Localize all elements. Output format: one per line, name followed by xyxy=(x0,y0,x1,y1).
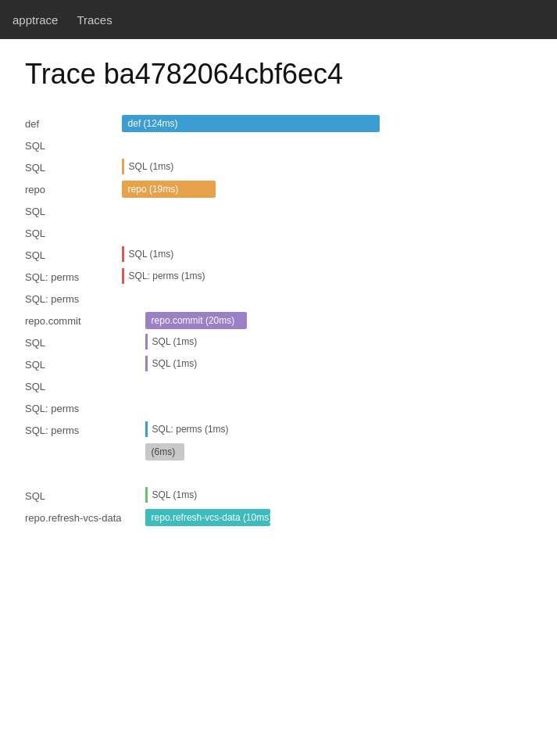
span-label: repo.refresh-vcs-data xyxy=(25,507,122,528)
span-label: SQL: perms xyxy=(25,266,122,288)
span-bar-cell: SQL (1ms) xyxy=(122,353,532,375)
table-row: repo.commitrepo.commit (20ms) xyxy=(25,310,532,331)
span-bar-block[interactable]: repo (19ms) xyxy=(122,181,216,198)
navbar-traces-link[interactable]: Traces xyxy=(77,13,112,27)
span-line-block: SQL: perms (1ms) xyxy=(122,268,205,284)
span-label: def xyxy=(25,113,122,134)
span-label: SQL xyxy=(25,485,122,507)
span-line-marker xyxy=(122,159,124,174)
span-bar-cell: SQL (1ms) xyxy=(122,156,532,178)
trace-separator xyxy=(25,463,532,485)
table-row: SQL: permsSQL: perms (1ms) xyxy=(25,419,532,441)
span-line-marker xyxy=(145,334,148,349)
span-label: SQL xyxy=(25,331,122,353)
span-line-block: SQL (1ms) xyxy=(145,356,198,371)
span-label: SQL: perms xyxy=(25,288,122,310)
span-line-label: SQL (1ms) xyxy=(152,336,198,347)
table-row: SQL xyxy=(25,134,532,156)
page-title: Trace ba4782064cbf6ec4 xyxy=(25,58,532,91)
span-label: SQL xyxy=(25,353,122,375)
span-bar-cell xyxy=(122,200,532,222)
span-line-label: SQL (1ms) xyxy=(129,161,174,172)
span-label: SQL xyxy=(25,134,122,156)
main-content: Trace ba4782064cbf6ec4 defdef (124ms)SQL… xyxy=(0,39,557,547)
table-row: repo.refresh-vcs-datarepo.refresh-vcs-da… xyxy=(25,507,532,528)
span-label: SQL xyxy=(25,375,122,397)
span-line-block: SQL (1ms) xyxy=(145,487,198,503)
table-row: SQL xyxy=(25,222,532,244)
table-row: reporepo (19ms) xyxy=(25,178,532,200)
trace-table: defdef (124ms)SQL SQLSQL (1ms)reporepo (… xyxy=(25,113,532,528)
span-line-marker xyxy=(145,421,148,437)
span-line-marker xyxy=(145,356,148,371)
table-row: SQL: permsSQL: perms (1ms) xyxy=(25,266,532,288)
span-bar-block[interactable]: repo.refresh-vcs-data (10ms) xyxy=(145,509,270,526)
table-row: defdef (124ms) xyxy=(25,113,532,134)
table-row: SQLSQL (1ms) xyxy=(25,331,532,353)
table-row: SQLSQL (1ms) xyxy=(25,156,532,178)
span-bar-cell: repo.commit (20ms) xyxy=(122,310,532,331)
span-bar-block[interactable]: def (124ms) xyxy=(122,115,380,132)
span-line-marker xyxy=(122,246,124,262)
span-bar-cell: SQL (1ms) xyxy=(122,244,532,266)
span-bar-cell xyxy=(122,375,532,397)
span-bar-cell: SQL (1ms) xyxy=(122,331,532,353)
span-line-label: SQL: perms (1ms) xyxy=(152,424,229,435)
table-row: SQLSQL (1ms) xyxy=(25,485,532,507)
navbar-brand: apptrace xyxy=(12,13,58,27)
span-label: repo xyxy=(25,178,122,200)
span-bar-cell xyxy=(122,222,532,244)
table-row: SQLSQL (1ms) xyxy=(25,244,532,266)
span-line-block: SQL (1ms) xyxy=(122,159,174,174)
table-row: (6ms) xyxy=(25,441,532,463)
span-bar-cell: repo (19ms) xyxy=(122,178,532,200)
navbar: apptrace Traces xyxy=(0,0,557,39)
span-bar-cell: (6ms) xyxy=(122,441,532,463)
table-row: SQL xyxy=(25,375,532,397)
span-bar-cell xyxy=(122,397,532,419)
span-label: SQL: perms xyxy=(25,419,122,441)
span-bar-cell xyxy=(122,134,532,156)
span-line-block: SQL: perms (1ms) xyxy=(145,421,229,437)
span-label: SQL xyxy=(25,222,122,244)
span-line-label: SQL (1ms) xyxy=(152,489,198,500)
span-bar-cell: SQL: perms (1ms) xyxy=(122,419,532,441)
span-line-label: SQL: perms (1ms) xyxy=(129,271,205,281)
span-bar-cell: repo.refresh-vcs-data (10ms) xyxy=(122,507,532,528)
span-label xyxy=(25,441,122,463)
table-row: SQL: perms xyxy=(25,288,532,310)
span-label: repo.commit xyxy=(25,310,122,331)
table-row: SQL xyxy=(25,200,532,222)
span-label: SQL xyxy=(25,200,122,222)
span-line-marker xyxy=(145,487,148,503)
span-label: SQL xyxy=(25,244,122,266)
span-bar-cell xyxy=(122,288,532,310)
span-bar-block[interactable]: repo.commit (20ms) xyxy=(145,312,247,329)
span-line-block: SQL (1ms) xyxy=(122,246,174,262)
span-bar-block[interactable]: (6ms) xyxy=(145,443,184,460)
span-bar-cell: SQL: perms (1ms) xyxy=(122,266,532,288)
span-line-label: SQL (1ms) xyxy=(152,358,198,369)
span-label: SQL: perms xyxy=(25,397,122,419)
span-line-block: SQL (1ms) xyxy=(145,334,198,349)
table-row: SQLSQL (1ms) xyxy=(25,353,532,375)
span-bar-cell: def (124ms) xyxy=(122,113,532,134)
span-line-marker xyxy=(122,268,124,284)
span-bar-cell: SQL (1ms) xyxy=(122,485,532,507)
table-row: SQL: perms xyxy=(25,397,532,419)
span-label: SQL xyxy=(25,156,122,178)
span-line-label: SQL (1ms) xyxy=(129,249,174,260)
